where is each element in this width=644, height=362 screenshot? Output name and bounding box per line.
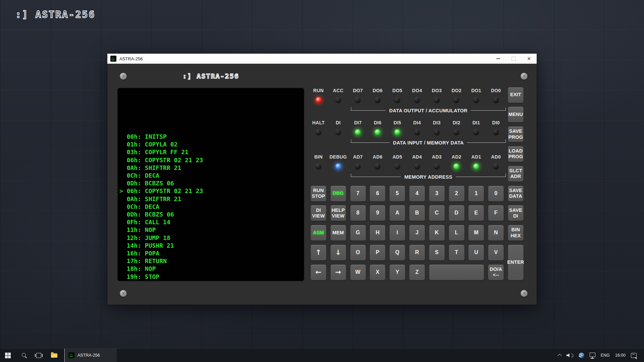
key-z[interactable]: Z xyxy=(409,264,425,280)
start-button[interactable] xyxy=(0,349,15,362)
language-indicator[interactable]: ENG xyxy=(598,353,612,358)
key-h[interactable]: H xyxy=(370,225,385,241)
taskbar-app-astra-256[interactable]: :) ASTRA-256 xyxy=(64,349,117,362)
steam-icon xyxy=(579,353,584,358)
key-exit[interactable]: EXIT xyxy=(508,87,524,103)
key-arrow-left[interactable]: ← xyxy=(311,264,326,280)
key-d[interactable]: D xyxy=(449,205,465,221)
key-l[interactable]: L xyxy=(449,225,465,241)
key-6[interactable]: 6 xyxy=(370,186,385,201)
key-mem[interactable]: MEM xyxy=(330,225,346,241)
key-0[interactable]: 0 xyxy=(488,186,504,201)
terminal-line: 18h: NOP xyxy=(119,265,203,273)
key-label: 4 xyxy=(416,190,419,197)
terminal-line: 00h: INITSP xyxy=(119,133,203,140)
key-p[interactable]: P xyxy=(370,245,385,260)
key-2[interactable]: 2 xyxy=(449,186,465,201)
minimize-button[interactable] xyxy=(490,54,506,64)
key-help-view[interactable]: HELPVIEW xyxy=(330,205,346,221)
key-run-stop[interactable]: RUNSTOP xyxy=(311,186,326,201)
network-button[interactable] xyxy=(587,354,598,357)
led-label: DI3 xyxy=(433,117,441,125)
key-s[interactable]: S xyxy=(429,245,445,260)
led-ad2: AD2 xyxy=(447,152,467,169)
key-save-prog[interactable]: SAVEPROG xyxy=(508,126,524,142)
key-arrow-up[interactable]: ↑ xyxy=(311,245,326,260)
key-t[interactable]: T xyxy=(449,245,465,260)
key-5[interactable]: 5 xyxy=(389,186,405,201)
chevron-up-icon xyxy=(557,354,562,358)
key-save-data[interactable]: SAVEDATA xyxy=(508,186,524,201)
key-q[interactable]: Q xyxy=(389,245,405,260)
key-label: A xyxy=(395,210,399,216)
clock[interactable]: 16:00 xyxy=(612,353,628,358)
key-do-a[interactable]: DO/A<-- xyxy=(488,264,504,280)
key-save-di[interactable]: SAVEDI xyxy=(508,205,524,221)
action-center-button[interactable] xyxy=(628,353,639,358)
led-di3: DI3 xyxy=(427,117,447,135)
terminal: 00h: INITSP 01h: COPYLA 02 03h: COPYLR F… xyxy=(117,88,304,281)
key-load-prog[interactable]: LOADPROG xyxy=(508,146,524,162)
tray-expand-button[interactable] xyxy=(555,354,564,357)
key-arrow-right[interactable]: → xyxy=(330,264,346,280)
maximize-button[interactable] xyxy=(506,54,521,64)
key-label: B xyxy=(415,210,419,216)
key-arrow-down[interactable]: ↓ xyxy=(330,245,346,260)
key-r[interactable]: R xyxy=(409,245,425,260)
key-9[interactable]: 9 xyxy=(370,205,385,221)
key-b[interactable]: B xyxy=(409,205,425,221)
key-bin-hex[interactable]: BINHEX xyxy=(508,225,524,241)
led-label: AD0 xyxy=(491,152,501,160)
steam-tray-button[interactable] xyxy=(576,353,587,358)
key-3[interactable]: 3 xyxy=(429,186,445,201)
key-y[interactable]: Y xyxy=(389,264,405,280)
key-label: DBG xyxy=(333,190,344,196)
group-bracket: DATA OUTPUT / ACCUMULATOR xyxy=(351,107,506,111)
key-w[interactable]: W xyxy=(350,264,366,280)
task-view-button[interactable] xyxy=(31,349,46,362)
key-label: ↓ xyxy=(335,248,341,257)
led-label: ACC xyxy=(333,85,343,93)
led-di1: DI1 xyxy=(466,117,486,135)
key-menu[interactable]: MENU xyxy=(508,107,524,122)
led-bin: BIN xyxy=(309,152,328,169)
key-f[interactable]: F xyxy=(488,205,504,221)
key-g[interactable]: G xyxy=(350,225,366,241)
screw-icon: ✕ xyxy=(120,290,127,297)
key-a[interactable]: A xyxy=(389,205,405,221)
search-button[interactable] xyxy=(15,349,31,362)
led-run: RUN xyxy=(309,85,328,103)
key-n[interactable]: N xyxy=(488,225,504,241)
close-button[interactable]: ✕ xyxy=(521,54,537,64)
key-m[interactable]: M xyxy=(468,225,484,241)
key-7[interactable]: 7 xyxy=(350,186,366,201)
key-e[interactable]: E xyxy=(468,205,484,221)
key-v[interactable]: V xyxy=(488,245,504,260)
key-space[interactable] xyxy=(429,264,484,280)
key-4[interactable]: 4 xyxy=(409,186,425,201)
key-label: HELP xyxy=(331,207,344,213)
key-u[interactable]: U xyxy=(468,245,484,260)
key-j[interactable]: J xyxy=(409,225,425,241)
key-label: K xyxy=(435,230,439,236)
key-o[interactable]: O xyxy=(350,245,366,260)
led-acc: ACC xyxy=(328,85,348,103)
key-8[interactable]: 8 xyxy=(350,205,366,221)
key-1[interactable]: 1 xyxy=(468,186,484,201)
key-enter[interactable]: ENTER xyxy=(508,245,524,280)
key-k[interactable]: K xyxy=(429,225,445,241)
taskbar-app-label: ASTRA-256 xyxy=(77,353,100,358)
key-di-view[interactable]: DIVIEW xyxy=(311,205,326,221)
key-x[interactable]: X xyxy=(370,264,385,280)
led-do4: DO4 xyxy=(407,85,427,103)
key-asm[interactable]: ASM xyxy=(311,225,326,241)
key-i[interactable]: I xyxy=(389,225,405,241)
file-explorer-button[interactable] xyxy=(46,349,62,362)
window-titlebar[interactable]: :) ASTRA-256 ✕ xyxy=(107,54,537,64)
led-di5: DI5 xyxy=(387,117,407,135)
volume-button[interactable] xyxy=(564,353,576,358)
key-c[interactable]: C xyxy=(429,205,445,221)
key-dbg[interactable]: DBG xyxy=(330,186,346,201)
key-slct-adr[interactable]: SLCTADR xyxy=(508,166,524,182)
led-label: AD5 xyxy=(392,152,402,160)
